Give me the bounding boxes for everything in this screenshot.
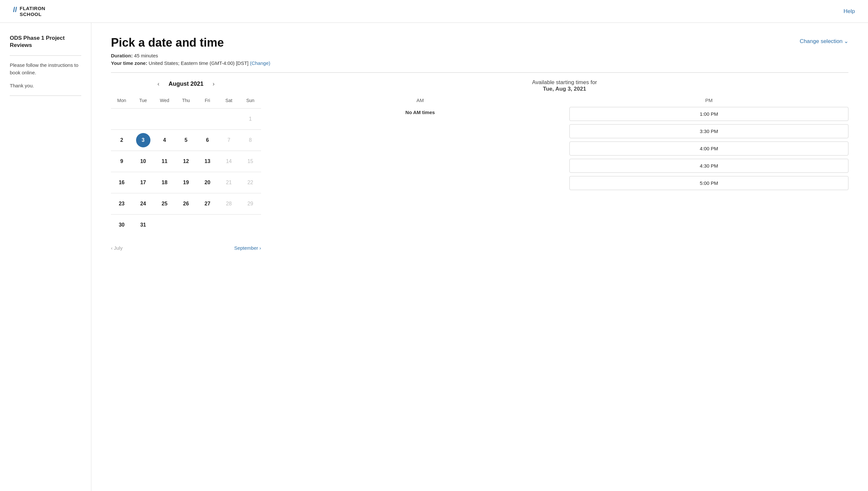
calendar-day (111, 109, 133, 130)
pm-slots-container: 1:00 PM3:30 PM4:00 PM4:30 PM5:00 PM (569, 107, 848, 190)
calendar-day[interactable]: 16 (111, 172, 133, 193)
content-header: Pick a date and time Change selection ⌄ (111, 36, 848, 50)
calendar-day[interactable]: 12 (175, 151, 197, 172)
calendar-day: 21 (218, 172, 240, 193)
weekday-sat: Sat (218, 95, 240, 109)
calendar-time-wrapper: ‹ August 2021 › Mon Tue Wed Thu Fri Sat (111, 79, 848, 251)
time-slot[interactable]: 1:00 PM (569, 107, 848, 121)
calendar-weekdays: Mon Tue Wed Thu Fri Sat Sun (111, 95, 261, 109)
calendar-day[interactable]: 26 (175, 193, 197, 214)
next-month-arrow[interactable]: › (210, 79, 217, 89)
time-slot[interactable]: 4:00 PM (569, 142, 848, 155)
calendar-day[interactable]: 11 (154, 151, 175, 172)
timezone-info: Your time zone: United States; Eastern t… (111, 60, 848, 66)
calendar-day: 7 (218, 130, 240, 151)
calendar-day[interactable]: 9 (111, 151, 133, 172)
calendar-day[interactable]: 31 (133, 214, 154, 236)
calendar-day (154, 109, 175, 130)
calendar-day[interactable]: 30 (111, 214, 133, 236)
calendar-day: 29 (240, 193, 261, 214)
prev-month-link[interactable]: ‹ July (111, 245, 123, 251)
calendar-nav-links: ‹ July September › (111, 242, 261, 251)
calendar-day[interactable]: 5 (175, 130, 197, 151)
time-columns: AM No AM times PM 1:00 PM3:30 PM4:00 PM4… (281, 97, 848, 193)
calendar-day[interactable]: 10 (133, 151, 154, 172)
main-content: Pick a date and time Change selection ⌄ … (91, 23, 868, 491)
weekday-tue: Tue (133, 95, 154, 109)
time-slot[interactable]: 3:30 PM (569, 124, 848, 138)
calendar-day[interactable]: 25 (154, 193, 175, 214)
calendar-day (197, 214, 218, 236)
calendar-day (175, 214, 197, 236)
calendar-day (218, 214, 240, 236)
calendar-day[interactable]: 6 (197, 130, 218, 151)
calendar-day (240, 214, 261, 236)
calendar-day[interactable]: 23 (111, 193, 133, 214)
pm-column: PM 1:00 PM3:30 PM4:00 PM4:30 PM5:00 PM (569, 97, 848, 193)
chevron-left-icon: ‹ (111, 245, 113, 251)
am-header: AM (281, 97, 560, 103)
calendar-day[interactable]: 18 (154, 172, 175, 193)
calendar-body: 1234567891011121314151617181920212223242… (111, 109, 261, 236)
next-month-link[interactable]: September › (234, 245, 261, 251)
logo-icon: // (13, 6, 17, 13)
main-container: ODS Phase 1 Project Reviews Please follo… (0, 23, 868, 491)
calendar-day (218, 109, 240, 130)
calendar-day[interactable]: 27 (197, 193, 218, 214)
page-title: Pick a date and time (111, 36, 224, 50)
weekday-fri: Fri (197, 95, 218, 109)
calendar-grid: Mon Tue Wed Thu Fri Sat Sun 123456789101… (111, 95, 261, 235)
duration-info: Duration: 45 minutes (111, 53, 848, 58)
calendar-month-title: August 2021 (168, 81, 203, 87)
sidebar-title: ODS Phase 1 Project Reviews (10, 34, 81, 49)
chevron-down-icon: ⌄ (844, 38, 848, 45)
sidebar: ODS Phase 1 Project Reviews Please follo… (0, 23, 91, 491)
calendar-day[interactable]: 13 (197, 151, 218, 172)
calendar-day (154, 214, 175, 236)
help-link[interactable]: Help (843, 8, 855, 15)
weekday-thu: Thu (175, 95, 197, 109)
calendar-header: ‹ August 2021 › (111, 79, 261, 89)
am-column: AM No AM times (281, 97, 560, 193)
time-slot[interactable]: 5:00 PM (569, 176, 848, 190)
sidebar-description: Please follow the instructions to book o… (10, 62, 81, 76)
times-title: Available starting times for Tue, Aug 3,… (281, 79, 848, 92)
content-divider (111, 73, 848, 73)
sidebar-divider-bottom (10, 95, 81, 96)
calendar-section: ‹ August 2021 › Mon Tue Wed Thu Fri Sat (111, 79, 261, 251)
weekday-sun: Sun (240, 95, 261, 109)
calendar-day: 1 (240, 109, 261, 130)
sidebar-divider-top (10, 55, 81, 56)
calendar-day[interactable]: 2 (111, 130, 133, 151)
calendar-day: 14 (218, 151, 240, 172)
calendar-day[interactable]: 24 (133, 193, 154, 214)
timezone-change-link[interactable]: (Change) (250, 60, 271, 66)
no-am-text: No AM times (281, 110, 560, 115)
weekday-wed: Wed (154, 95, 175, 109)
weekday-mon: Mon (111, 95, 133, 109)
calendar-day: 8 (240, 130, 261, 151)
logo-text: FLATIRONSCHOOL (20, 5, 45, 17)
time-slot[interactable]: 4:30 PM (569, 159, 848, 173)
calendar-day[interactable]: 17 (133, 172, 154, 193)
calendar-day[interactable]: 19 (175, 172, 197, 193)
change-selection-button[interactable]: Change selection ⌄ (800, 38, 848, 45)
pm-header: PM (569, 97, 848, 103)
calendar-day (197, 109, 218, 130)
calendar-day (133, 109, 154, 130)
calendar-day (175, 109, 197, 130)
time-section: Available starting times for Tue, Aug 3,… (281, 79, 848, 193)
calendar-day: 28 (218, 193, 240, 214)
calendar-day: 22 (240, 172, 261, 193)
app-header: // FLATIRONSCHOOL Help (0, 0, 868, 23)
chevron-right-icon: › (260, 245, 261, 251)
calendar-day[interactable]: 3 (133, 130, 154, 151)
calendar-day[interactable]: 4 (154, 130, 175, 151)
logo: // FLATIRONSCHOOL (13, 5, 45, 17)
prev-month-arrow[interactable]: ‹ (155, 79, 162, 89)
calendar-day: 15 (240, 151, 261, 172)
calendar-day[interactable]: 20 (197, 172, 218, 193)
sidebar-thankyou: Thank you. (10, 82, 81, 90)
